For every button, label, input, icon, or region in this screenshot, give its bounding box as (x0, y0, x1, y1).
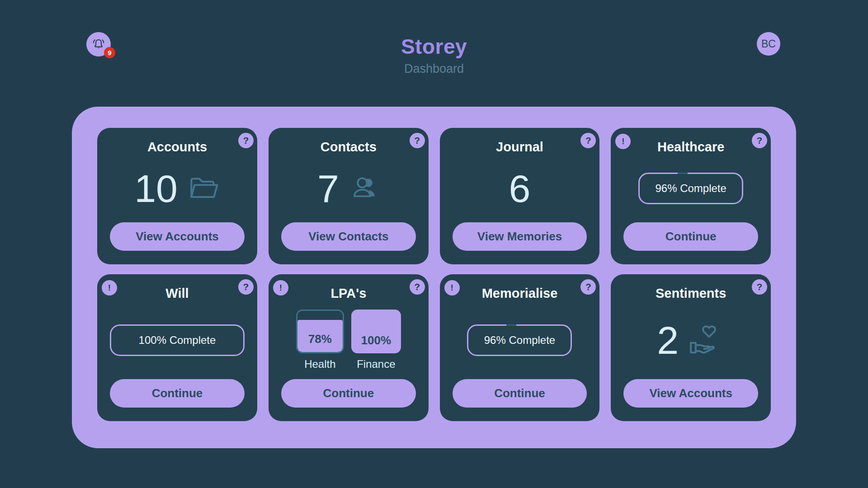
memorialise-progress: 96% Complete (467, 324, 572, 356)
will-progress: 100% Complete (110, 324, 245, 356)
alert-icon[interactable]: ! (444, 280, 460, 296)
page-header: Storey Dashboard (0, 35, 868, 76)
card-accounts: ? Accounts 10 View Accounts (97, 128, 257, 264)
continue-will-button[interactable]: Continue (110, 379, 245, 408)
dashboard-panel: ? Accounts 10 View Accounts ? Contacts 7 (72, 107, 796, 448)
help-icon[interactable]: ? (410, 279, 425, 295)
question-glyph: ? (243, 135, 249, 146)
people-icon (348, 174, 380, 203)
help-icon[interactable]: ? (580, 133, 596, 148)
question-glyph: ? (585, 135, 591, 146)
card-title: Sentiments (656, 286, 726, 301)
question-glyph: ? (243, 282, 249, 292)
view-sentiments-accounts-button[interactable]: View Accounts (623, 379, 758, 408)
sentiments-count: 2 (657, 321, 679, 360)
finance-percent: 100% (351, 333, 401, 347)
question-glyph: ? (414, 282, 420, 292)
journal-count: 6 (509, 169, 531, 208)
card-memorialise: ! ? Memorialise 96% Complete Continue (440, 274, 600, 421)
card-will: ! ? Will 100% Complete Continue (97, 274, 257, 421)
help-icon[interactable]: ? (410, 133, 425, 148)
app-title: Storey (0, 35, 868, 58)
progress-label: 96% Complete (655, 182, 726, 195)
card-healthcare: ! ? Healthcare 96% Complete Continue (611, 128, 771, 264)
card-title: Will (165, 286, 189, 301)
accounts-count: 10 (134, 169, 178, 208)
contacts-count: 7 (317, 169, 339, 208)
finance-label: Finance (357, 358, 395, 371)
heart-hand-icon (688, 323, 725, 357)
continue-memorialise-button[interactable]: Continue (453, 379, 587, 408)
alert-icon[interactable]: ! (102, 280, 117, 296)
user-avatar[interactable]: BC (757, 32, 780, 56)
view-contacts-button[interactable]: View Contacts (281, 222, 416, 251)
page-title: Dashboard (0, 62, 868, 76)
alert-icon[interactable]: ! (273, 280, 288, 296)
help-icon[interactable]: ? (752, 133, 767, 148)
healthcare-progress: 96% Complete (638, 173, 743, 204)
card-sentiments: ? Sentiments 2 View Accounts (611, 274, 771, 421)
question-glyph: ? (757, 135, 763, 146)
exclamation-glyph: ! (622, 136, 624, 146)
view-accounts-button[interactable]: View Accounts (110, 222, 245, 251)
card-contacts: ? Contacts 7 View Contacts (269, 128, 429, 264)
question-glyph: ? (757, 282, 763, 292)
avatar-initials: BC (761, 38, 776, 50)
card-title: Journal (496, 140, 543, 155)
card-lpas: ! ? LPA's 78% Health 100% Finance (269, 274, 429, 421)
card-title: Memorialise (482, 286, 558, 301)
help-icon[interactable]: ? (580, 279, 596, 295)
question-glyph: ? (585, 282, 591, 292)
continue-healthcare-button[interactable]: Continue (623, 222, 758, 251)
view-memories-button[interactable]: View Memories (453, 222, 587, 251)
progress-remainder (506, 324, 516, 326)
card-title: Contacts (321, 140, 377, 155)
card-journal: ? Journal 6 View Memories (440, 128, 600, 264)
continue-lpas-button[interactable]: Continue (281, 379, 416, 408)
finance-gauge: 100% Finance (351, 310, 401, 371)
exclamation-glyph: ! (279, 283, 282, 293)
progress-label: 100% Complete (139, 334, 216, 347)
alert-icon[interactable]: ! (615, 134, 631, 149)
card-title: LPA's (330, 286, 366, 301)
exclamation-glyph: ! (108, 283, 111, 293)
folder-open-icon (187, 174, 220, 203)
help-icon[interactable]: ? (238, 133, 254, 148)
card-title: Healthcare (657, 140, 724, 155)
health-gauge: 78% Health (296, 310, 344, 371)
health-label: Health (304, 358, 335, 371)
help-icon[interactable]: ? (238, 279, 254, 295)
health-percent: 78% (297, 332, 343, 346)
progress-label: 96% Complete (484, 334, 555, 347)
question-glyph: ? (414, 135, 420, 146)
exclamation-glyph: ! (450, 283, 453, 293)
card-title: Accounts (147, 140, 207, 155)
help-icon[interactable]: ? (752, 279, 767, 295)
progress-remainder (678, 173, 688, 174)
